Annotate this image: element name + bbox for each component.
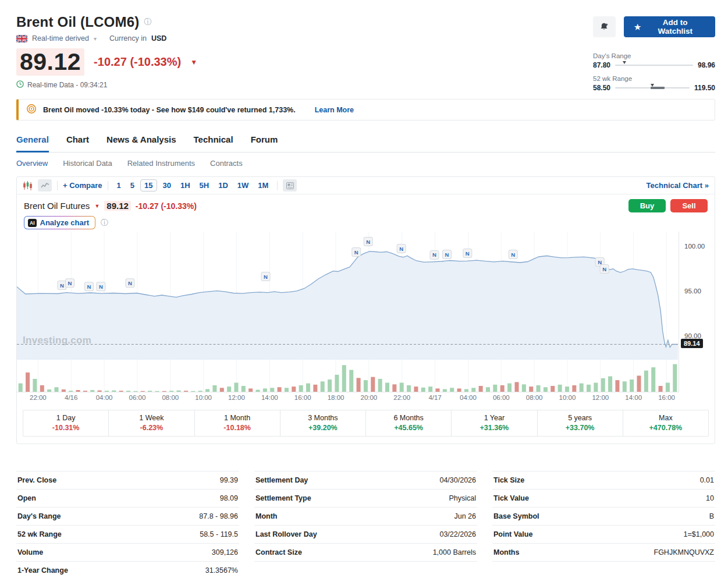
- interval-5h[interactable]: 5H: [196, 180, 213, 191]
- interval-1h[interactable]: 1H: [177, 180, 194, 191]
- interval-1[interactable]: 1: [113, 180, 125, 191]
- tab-forum[interactable]: Forum: [251, 134, 278, 152]
- x-tick-label: 4/16: [56, 394, 86, 401]
- last-price-tag: 89.14: [681, 339, 703, 348]
- news-marker[interactable]: N: [443, 250, 452, 259]
- x-tick-label: 16:00: [287, 394, 318, 401]
- subtab-overview[interactable]: Overview: [16, 159, 48, 168]
- area-chart-icon[interactable]: [38, 179, 52, 192]
- interval-1w[interactable]: 1W: [234, 180, 253, 191]
- performance-5-years[interactable]: 5 years+33.70%: [538, 410, 623, 436]
- news-marker[interactable]: N: [600, 265, 609, 274]
- performance-1-month[interactable]: 1 Month-10.18%: [195, 410, 280, 436]
- performance-period: 5 years: [538, 414, 623, 422]
- x-tick-label: 06:00: [486, 394, 516, 401]
- svg-text:N: N: [354, 249, 358, 256]
- performance-1-year[interactable]: 1 Year+31.36%: [452, 410, 537, 436]
- news-marker[interactable]: N: [84, 282, 93, 291]
- price-chart[interactable]: NNNNNNNNNNNNNNN Investing.com 22:004/160…: [17, 232, 679, 405]
- stat-value: 309,126: [212, 548, 238, 556]
- performance-value: +470.78%: [623, 424, 708, 432]
- uk-flag-icon: [16, 35, 27, 42]
- interval-5[interactable]: 5: [127, 180, 138, 191]
- stat-value: 1,000 Barrels: [433, 548, 476, 556]
- subtab-historical-data[interactable]: Historical Data: [63, 159, 112, 168]
- tab-news-analysis[interactable]: News & Analysis: [106, 134, 176, 152]
- performance-period: 1 Month: [195, 414, 280, 422]
- currency-value: USD: [151, 34, 166, 42]
- stat-value: 58.5 - 119.5: [200, 530, 238, 538]
- tab-general[interactable]: General: [16, 134, 49, 153]
- performance-3-months[interactable]: 3 Months+39.20%: [280, 410, 366, 436]
- interval-group: 1515301H5H1D1W1M: [113, 179, 272, 192]
- news-layout-icon[interactable]: [283, 179, 297, 192]
- svg-text:N: N: [60, 282, 64, 289]
- news-marker[interactable]: N: [364, 237, 372, 246]
- stats-section: Prev. Close99.39Open98.09Day's Range87.8…: [16, 471, 715, 578]
- data-type-selector[interactable]: Real-time derived: [32, 34, 89, 42]
- stat-row-open: Open98.09: [16, 490, 239, 508]
- chart-instrument-name: Brent Oil Futures: [24, 201, 90, 211]
- svg-text:N: N: [399, 246, 403, 252]
- add-to-watchlist-button[interactable]: ★ Add to Watchlist: [624, 16, 715, 37]
- tab-technical[interactable]: Technical: [194, 134, 233, 152]
- subtab-related-instruments[interactable]: Related Instruments: [127, 159, 195, 168]
- learn-more-link[interactable]: Learn More: [315, 106, 354, 114]
- performance-1-day[interactable]: 1 Day-10.31%: [23, 410, 109, 436]
- stat-value: 0.01: [700, 476, 714, 484]
- news-marker[interactable]: N: [97, 282, 105, 291]
- last-price: 89.12: [16, 48, 84, 76]
- x-tick-label: 14:00: [254, 394, 285, 401]
- price-down-caret-icon: ▼: [190, 58, 197, 66]
- interval-1m[interactable]: 1M: [254, 180, 272, 191]
- news-marker[interactable]: N: [65, 279, 74, 288]
- info-icon[interactable]: ⓘ: [144, 17, 151, 27]
- stat-value: 87.8 - 98.96: [199, 512, 238, 520]
- news-marker[interactable]: N: [463, 249, 472, 258]
- stat-row-settlement-day: Settlement Day04/30/2026: [254, 471, 477, 490]
- news-marker[interactable]: N: [397, 244, 406, 253]
- performance-value: -10.31%: [23, 424, 108, 432]
- interval-1d[interactable]: 1D: [215, 180, 232, 191]
- toolbar-divider: [277, 181, 278, 190]
- news-marker[interactable]: N: [430, 250, 439, 259]
- performance-max[interactable]: Max+470.78%: [623, 410, 708, 436]
- candlestick-icon[interactable]: [23, 181, 33, 190]
- x-tick-label: 04:00: [453, 394, 483, 401]
- main-tabs: GeneralChartNews & AnalysisTechnicalForu…: [16, 134, 715, 153]
- x-tick-label: 16:00: [652, 394, 682, 401]
- y-tick-label: 95.00: [684, 288, 701, 295]
- news-marker[interactable]: N: [126, 279, 134, 288]
- performance-6-months[interactable]: 6 Months+45.65%: [366, 410, 452, 436]
- technical-chart-link[interactable]: Technical Chart »: [647, 181, 709, 190]
- sell-button[interactable]: Sell: [670, 199, 708, 212]
- svg-text:N: N: [128, 280, 132, 286]
- alert-bell-plus-icon[interactable]: [593, 16, 616, 37]
- chart-canvas[interactable]: NNNNNNNNNNNNNNN: [17, 232, 679, 392]
- y-tick-label: 90.00: [684, 332, 701, 339]
- down-arrow-icon: ▼: [94, 203, 100, 209]
- performance-strip: 1 Day-10.31%1 Week-6.23%1 Month-10.18%3 …: [23, 410, 709, 437]
- info-icon[interactable]: ⓘ: [101, 218, 108, 228]
- performance-1-week[interactable]: 1 Week-6.23%: [109, 410, 194, 436]
- news-marker[interactable]: N: [261, 272, 270, 281]
- news-marker[interactable]: N: [352, 248, 361, 257]
- x-tick-label: 04:00: [89, 394, 119, 401]
- tab-chart[interactable]: Chart: [66, 134, 89, 152]
- interval-30[interactable]: 30: [159, 180, 175, 191]
- svg-text:N: N: [511, 251, 515, 258]
- compare-button[interactable]: + Compare: [63, 181, 102, 190]
- interval-15[interactable]: 15: [140, 179, 157, 192]
- news-marker[interactable]: N: [58, 281, 66, 290]
- chart-header: Brent Oil Futures ▼ 89.12 -10.27 (-10.33…: [17, 194, 715, 212]
- stat-label: Tick Size: [493, 476, 524, 484]
- svg-text:N: N: [598, 259, 602, 265]
- 52wk-range-low: 58.50: [593, 84, 610, 92]
- svg-text:N: N: [602, 266, 606, 272]
- buy-button[interactable]: Buy: [628, 199, 666, 212]
- days-range-marker: [623, 61, 626, 64]
- analyze-chart-button[interactable]: AI Analyze chart: [24, 216, 95, 229]
- news-marker[interactable]: N: [509, 250, 517, 259]
- analyze-label: Analyze chart: [40, 218, 90, 227]
- subtab-contracts[interactable]: Contracts: [210, 159, 243, 168]
